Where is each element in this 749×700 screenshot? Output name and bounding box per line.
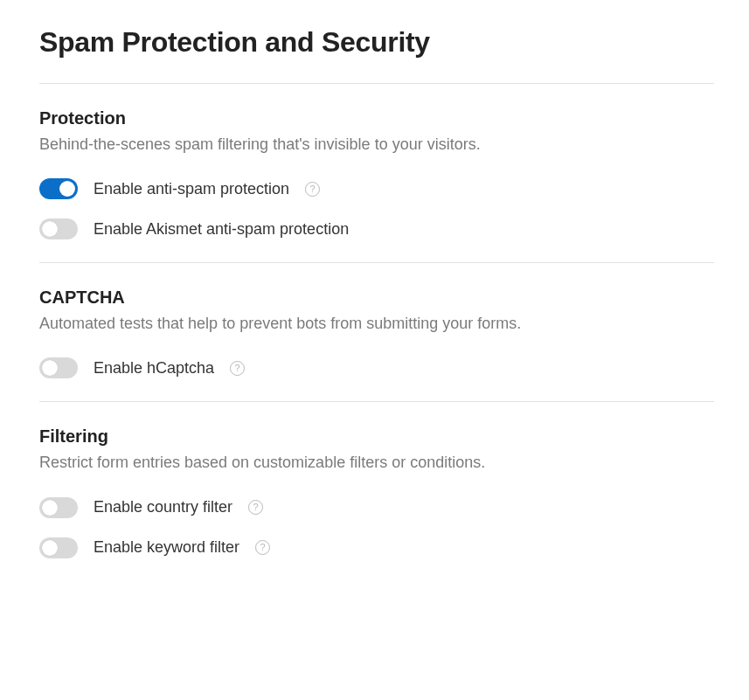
option-hcaptcha: Enable hCaptcha ?: [39, 357, 714, 378]
toggle-antispam[interactable]: [39, 178, 78, 199]
option-antispam: Enable anti-spam protection ?: [39, 178, 714, 199]
help-icon[interactable]: ?: [248, 500, 263, 515]
label-hcaptcha: Enable hCaptcha: [94, 359, 214, 378]
section-title-protection: Protection: [39, 108, 714, 128]
section-title-filtering: Filtering: [39, 426, 714, 447]
section-title-captcha: CAPTCHA: [39, 288, 714, 308]
help-icon[interactable]: ?: [230, 361, 245, 376]
help-icon[interactable]: ?: [255, 540, 270, 555]
section-desc-filtering: Restrict form entries based on customiza…: [39, 452, 714, 474]
toggle-hcaptcha[interactable]: [39, 357, 78, 378]
option-akismet: Enable Akismet anti-spam protection: [39, 218, 714, 239]
section-filtering: Filtering Restrict form entries based on…: [39, 402, 714, 580]
label-akismet: Enable Akismet anti-spam protection: [94, 220, 349, 239]
toggle-keyword-filter[interactable]: [39, 537, 78, 558]
option-country-filter: Enable country filter ?: [39, 497, 714, 518]
section-desc-captcha: Automated tests that help to prevent bot…: [39, 313, 714, 335]
help-icon[interactable]: ?: [305, 182, 320, 197]
settings-page: Spam Protection and Security Protection …: [0, 0, 749, 607]
section-protection: Protection Behind-the-scenes spam filter…: [39, 84, 714, 262]
toggle-country-filter[interactable]: [39, 497, 78, 518]
toggle-akismet[interactable]: [39, 218, 78, 239]
page-title: Spam Protection and Security: [39, 26, 714, 59]
option-keyword-filter: Enable keyword filter ?: [39, 537, 714, 558]
label-antispam: Enable anti-spam protection: [94, 180, 289, 198]
section-desc-protection: Behind-the-scenes spam filtering that's …: [39, 134, 714, 156]
label-country-filter: Enable country filter: [94, 498, 232, 516]
section-captcha: CAPTCHA Automated tests that help to pre…: [39, 263, 714, 401]
label-keyword-filter: Enable keyword filter: [94, 538, 239, 557]
